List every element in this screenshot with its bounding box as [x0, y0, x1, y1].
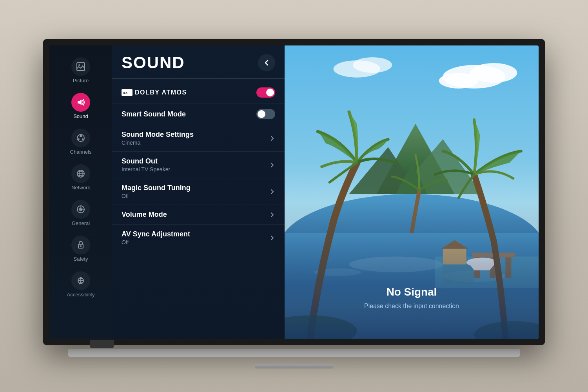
sidebar-item-network[interactable]: Network — [57, 160, 104, 194]
volume-mode-label: Volume Mode — [122, 211, 167, 219]
safety-icon — [71, 236, 90, 254]
back-button[interactable] — [258, 54, 275, 71]
tv-set: Picture Sound — [43, 39, 545, 345]
sidebar-item-sound[interactable]: Sound — [57, 89, 104, 123]
sidebar-item-channels[interactable]: Channels — [57, 125, 104, 159]
svg-point-5 — [82, 138, 83, 140]
svg-text:No Signal: No Signal — [387, 286, 437, 298]
svg-point-11 — [80, 208, 82, 211]
sidebar-label-safety: Safety — [74, 256, 88, 262]
sidebar-label-network: Network — [71, 185, 90, 191]
chevron-right-icon-2 — [269, 162, 275, 168]
sound-mode-settings-sub: Cinema — [122, 140, 194, 146]
svg-point-29 — [353, 57, 392, 73]
sound-mode-settings-item[interactable]: Sound Mode Settings Cinema — [112, 125, 285, 152]
svg-point-27 — [439, 73, 478, 89]
sidebar-label-general: General — [72, 220, 90, 226]
sidebar-label-accessibility: Accessibility — [67, 292, 95, 298]
svg-point-4 — [78, 138, 80, 140]
smart-sound-mode-toggle[interactable] — [256, 109, 275, 119]
dolby-atmos-label: DOLBY ATMOS — [135, 89, 187, 96]
accessibility-icon — [71, 271, 90, 290]
dolby-atmos-toggle[interactable] — [256, 87, 275, 98]
sound-mode-settings-label: Sound Mode Settings — [122, 131, 194, 139]
av-sync-item[interactable]: AV Sync Adjustment Off — [112, 225, 285, 251]
tv-stand — [255, 364, 333, 368]
volume-mode-item[interactable]: Volume Mode — [112, 205, 285, 225]
chevron-right-icon-5 — [269, 235, 275, 241]
tropical-scene-svg: No Signal Please check the input connect… — [285, 45, 539, 339]
panel-header: SOUND — [112, 45, 285, 79]
sound-settings-panel: SOUND DX — [112, 45, 285, 339]
sidebar-label-picture: Picture — [73, 78, 89, 83]
picture-icon — [71, 57, 90, 76]
sidebar: Picture Sound — [49, 45, 112, 339]
dolby-atmos-item[interactable]: DX DOLBY ATMOS — [112, 82, 285, 103]
av-sync-label: AV Sync Adjustment — [122, 230, 190, 238]
magic-sound-tuning-sub: Off — [122, 193, 191, 199]
svg-rect-51 — [285, 202, 539, 339]
av-sync-sub: Off — [122, 239, 190, 245]
dolby-logo: DX DOLBY ATMOS — [122, 89, 187, 96]
network-icon — [71, 164, 90, 183]
sound-icon — [71, 93, 90, 112]
channels-icon — [71, 129, 90, 147]
sidebar-item-accessibility[interactable]: Accessibility — [57, 267, 104, 301]
tv-cable — [90, 340, 114, 348]
tv-content-area: No Signal Please check the input connect… — [285, 45, 539, 339]
sidebar-item-general[interactable]: General — [57, 196, 104, 230]
sidebar-label-channels: Channels — [70, 149, 92, 155]
magic-sound-tuning-item[interactable]: Magic Sound Tuning Off — [112, 178, 285, 205]
smart-sound-mode-item[interactable]: Smart Sound Mode — [112, 103, 285, 125]
svg-text:DX: DX — [123, 91, 128, 95]
svg-text:Please check the input connect: Please check the input connection — [364, 303, 459, 309]
sidebar-label-sound: Sound — [73, 113, 88, 119]
sidebar-item-safety[interactable]: Safety — [57, 232, 104, 266]
panel-title: SOUND — [122, 53, 185, 72]
svg-point-1 — [78, 64, 80, 66]
chevron-right-icon-4 — [269, 212, 275, 218]
chevron-right-icon-3 — [269, 189, 275, 195]
chevron-right-icon — [269, 135, 275, 142]
general-icon — [71, 200, 90, 219]
svg-point-3 — [80, 135, 82, 137]
magic-sound-tuning-label: Magic Sound Tuning — [122, 184, 191, 192]
panel-content: DX DOLBY ATMOS Smart Sound Mode — [112, 79, 285, 339]
tv-screen: Picture Sound — [49, 45, 539, 339]
sound-out-item[interactable]: Sound Out Internal TV Speaker — [112, 152, 285, 178]
smart-sound-mode-label: Smart Sound Mode — [122, 110, 186, 118]
sound-out-label: Sound Out — [122, 157, 170, 165]
svg-point-15 — [80, 245, 82, 247]
sound-out-sub: Internal TV Speaker — [122, 166, 170, 172]
sidebar-item-picture[interactable]: Picture — [57, 53, 104, 87]
tv-bottom-bar — [68, 349, 520, 357]
